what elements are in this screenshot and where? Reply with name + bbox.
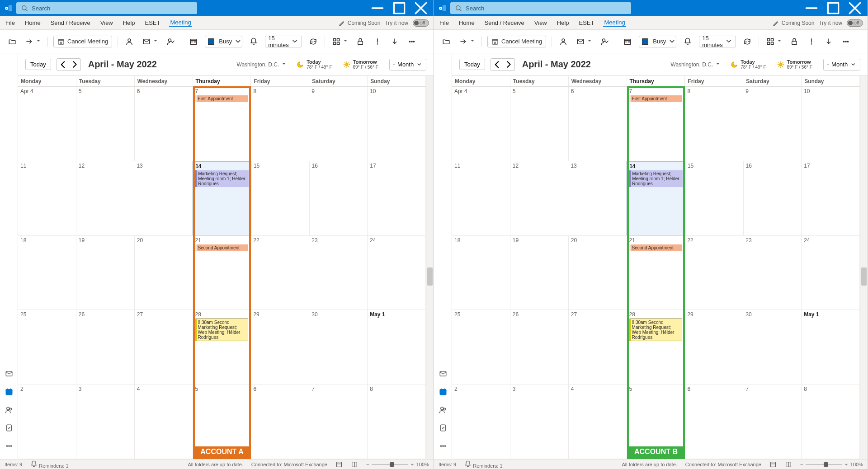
menu-help[interactable]: Help (122, 19, 136, 26)
zoom-in-button[interactable]: + (410, 462, 413, 467)
day-cell[interactable]: 25 (452, 310, 510, 384)
day-cell[interactable]: 24 (368, 236, 426, 310)
view-reading-button[interactable] (351, 461, 358, 468)
day-cell[interactable]: 20 (135, 236, 193, 310)
day-cell[interactable]: 21Second Appointment (627, 236, 685, 310)
calendar-event[interactable]: 8:30am Second Marketing Request; Web Mee… (195, 319, 249, 341)
zoom-in-button[interactable]: + (844, 462, 847, 467)
menu-view[interactable]: View (99, 19, 114, 26)
minimize-button[interactable] (368, 0, 387, 16)
close-button[interactable] (846, 0, 864, 16)
day-cell[interactable]: 30 (309, 310, 368, 384)
calendar-nav[interactable] (439, 388, 447, 398)
cancel-meeting-button[interactable]: Cancel Meeting (487, 36, 546, 47)
attendee-button[interactable] (557, 37, 569, 47)
try-it-now-toggle[interactable]: Off (413, 19, 429, 27)
menu-help[interactable]: Help (556, 19, 570, 26)
day-cell[interactable]: 29 (251, 310, 309, 384)
open-button[interactable] (440, 37, 452, 47)
day-cell[interactable]: 6 (251, 385, 309, 459)
day-cell[interactable]: 6 (135, 87, 193, 161)
weather-tomorrow[interactable]: Tomorrow69° F / 56° F (343, 59, 378, 70)
day-cell[interactable]: 16 (744, 161, 802, 235)
forward-button[interactable] (24, 37, 42, 47)
tasks-nav[interactable] (439, 424, 447, 434)
day-cell[interactable]: 7First Appointment (627, 87, 685, 161)
next-month-button[interactable] (69, 59, 80, 70)
categorize-button[interactable] (764, 37, 783, 47)
high-importance-button[interactable] (806, 37, 817, 47)
calendar-event[interactable]: Marketing Request; Meeting room 1; Hélde… (195, 170, 249, 187)
day-cell[interactable]: 3 (510, 385, 569, 459)
day-cell[interactable]: 26 (510, 310, 569, 384)
day-cell[interactable]: 5 (627, 385, 685, 459)
menu-eset[interactable]: ESET (578, 19, 595, 26)
attendee-button[interactable] (123, 37, 135, 47)
day-cell[interactable]: 9 (309, 87, 368, 161)
day-cell[interactable]: 24 (802, 236, 860, 310)
day-cell[interactable]: May 1 (368, 310, 426, 384)
day-cell[interactable]: 12 (510, 161, 569, 235)
day-cell[interactable]: 17 (368, 161, 426, 235)
day-cell[interactable]: 5 (76, 87, 135, 161)
day-cell[interactable]: 7First Appointment (193, 87, 251, 161)
day-cell[interactable]: 18 (18, 236, 76, 310)
day-cell[interactable]: 27 (135, 310, 193, 384)
zoom-level[interactable]: 100% (416, 462, 429, 467)
day-cell[interactable]: 17 (802, 161, 860, 235)
day-cell[interactable]: 23 (309, 236, 368, 310)
calendar-color-button[interactable] (622, 37, 633, 47)
calendar-nav[interactable] (5, 388, 13, 398)
day-cell[interactable]: Apr 4 (18, 87, 76, 161)
low-importance-button[interactable] (389, 37, 401, 47)
day-cell[interactable]: 8 (685, 87, 743, 161)
day-cell[interactable]: 5 (193, 385, 251, 459)
menu-home[interactable]: Home (24, 19, 42, 26)
menu-send-receive[interactable]: Send / Receive (484, 19, 525, 26)
menu-meeting[interactable]: Meeting (603, 19, 626, 27)
maximize-button[interactable] (824, 0, 842, 16)
calendar-event[interactable]: Second Appointment (195, 244, 249, 251)
day-cell[interactable]: 27 (569, 310, 627, 384)
menu-file[interactable]: File (5, 19, 16, 26)
day-cell[interactable]: 15 (251, 161, 310, 235)
prev-month-button[interactable] (57, 59, 69, 70)
coming-soon-button[interactable]: Coming Soon (773, 19, 815, 27)
weather-tomorrow[interactable]: Tomorrow69° F / 56° F (777, 59, 812, 70)
next-month-button[interactable] (503, 59, 514, 70)
close-button[interactable] (412, 0, 430, 16)
weather-location[interactable]: Washington, D.C. (671, 61, 720, 68)
more-nav[interactable] (5, 442, 13, 452)
day-cell[interactable]: 26 (76, 310, 135, 384)
day-cell[interactable]: 15 (685, 161, 744, 235)
day-cell[interactable]: 23 (743, 236, 802, 310)
zoom-level[interactable]: 100% (850, 462, 863, 467)
view-normal-button[interactable] (335, 461, 343, 468)
vertical-scrollbar[interactable] (860, 76, 868, 459)
zoom-out-button[interactable]: − (366, 462, 369, 467)
calendar-event[interactable]: Marketing Request; Meeting room 1; Hélde… (629, 170, 683, 187)
weather-today[interactable]: Today78° F / 49° F (731, 59, 766, 70)
day-cell[interactable]: 7 (743, 385, 802, 459)
view-selector[interactable]: Month (823, 59, 860, 70)
menu-eset[interactable]: ESET (144, 19, 161, 26)
day-cell[interactable]: 3 (76, 385, 135, 459)
search-input[interactable]: Search (450, 2, 631, 14)
today-button[interactable]: Today (25, 59, 51, 70)
open-button[interactable] (6, 37, 18, 47)
day-cell[interactable]: 10 (368, 87, 426, 161)
recurrence-button[interactable] (741, 37, 753, 47)
menu-file[interactable]: File (439, 19, 450, 26)
menu-meeting[interactable]: Meeting (169, 19, 192, 27)
show-as-dropdown[interactable]: Busy (639, 36, 676, 47)
private-button[interactable] (788, 37, 800, 47)
weather-location[interactable]: Washington, D.C. (237, 61, 286, 68)
day-cell[interactable]: 19 (510, 236, 569, 310)
day-cell[interactable]: 7 (309, 385, 368, 459)
day-cell[interactable]: Apr 4 (452, 87, 510, 161)
view-selector[interactable]: Month (389, 59, 426, 70)
forward-button[interactable] (458, 37, 476, 47)
tracking-button[interactable] (599, 37, 610, 47)
day-cell[interactable]: 14Marketing Request; Meeting room 1; Hél… (193, 161, 251, 235)
day-cell[interactable]: 21Second Appointment (193, 236, 251, 310)
